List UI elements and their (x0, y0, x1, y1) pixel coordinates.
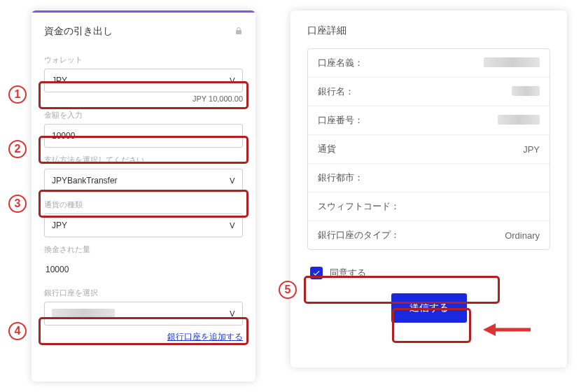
currency-field: 通貨の種類 JPY ᐯ (31, 200, 255, 237)
wallet-select[interactable]: JPY ᐯ (44, 69, 243, 92)
row-account-type: 銀行口座のタイプ： Ordinary (308, 221, 550, 249)
method-select[interactable]: JPYBankTransfer ᐯ (44, 169, 243, 192)
bank-select[interactable]: ᐯ (44, 302, 243, 326)
chevron-down-icon: ᐯ (230, 76, 235, 85)
step-marker-3: 3 (8, 195, 27, 213)
lock-icon (234, 27, 243, 37)
amount-field: 金額を入力 10000 (31, 110, 255, 148)
svg-marker-1 (483, 323, 496, 336)
step-marker-5: 5 (279, 281, 297, 299)
submit-row: 送信する (307, 293, 550, 323)
panel-header: 資金の引き出し (31, 10, 255, 48)
account-detail-panel: 口座詳細 口座名義： 銀行名： 口座番号： 通貨 JPY 銀行都市： (290, 10, 567, 368)
wallet-balance: JPY 10,000.00 (44, 94, 243, 103)
currency-select[interactable]: JPY ᐯ (44, 214, 243, 237)
row-swift: スウィフトコード： (308, 192, 550, 221)
wallet-value: JPY (52, 76, 67, 85)
step-marker-1: 1 (8, 85, 27, 104)
row-account-number: 口座番号： (308, 106, 550, 135)
method-field: 支払方法を選択してください JPYBankTransfer ᐯ (31, 155, 255, 192)
chevron-down-icon: ᐯ (230, 309, 235, 318)
add-bank-row: 銀行口座を追加する (31, 326, 255, 343)
chevron-down-icon: ᐯ (230, 221, 235, 230)
converted-value: 10000 (46, 265, 69, 274)
amount-label: 金額を入力 (44, 110, 243, 120)
converted-label: 換金された量 (44, 244, 243, 255)
step-marker-4: 4 (8, 322, 27, 340)
wallet-field: ウォレット JPY ᐯ JPY 10,000.00 (31, 55, 255, 103)
amount-value: 10000 (52, 131, 75, 141)
bank-select-field: 銀行口座を選択 ᐯ (31, 288, 255, 326)
detail-title: 口座詳細 (307, 24, 550, 37)
arrow-icon (483, 321, 532, 342)
row-currency: 通貨 JPY (308, 135, 550, 164)
detail-box: 口座名義： 銀行名： 口座番号： 通貨 JPY 銀行都市： スウィフトコード： (307, 48, 550, 250)
currency-value: JPY (52, 220, 67, 230)
bank-select-label: 銀行口座を選択 (44, 288, 243, 298)
redacted (484, 57, 540, 67)
chevron-down-icon: ᐯ (230, 176, 235, 186)
method-value: JPYBankTransfer (52, 176, 118, 186)
method-label: 支払方法を選択してください (44, 155, 243, 165)
add-bank-link[interactable]: 銀行口座を追加する (167, 332, 243, 342)
step-marker-2: 2 (8, 140, 27, 158)
row-bank-city: 銀行都市： (308, 164, 550, 192)
withdraw-panel: 資金の引き出し ウォレット JPY ᐯ JPY 10,000.00 金額を入力 … (31, 10, 255, 382)
agree-checkbox[interactable] (310, 267, 323, 279)
row-bank-name: 銀行名： (308, 78, 550, 106)
submit-button[interactable]: 送信する (391, 293, 467, 323)
converted-field: 換金された量 10000 (31, 244, 255, 281)
amount-input[interactable]: 10000 (44, 124, 243, 148)
currency-label: 通貨の種類 (44, 200, 243, 210)
agree-row: 同意する (307, 267, 550, 279)
redacted-bank-name (52, 309, 115, 318)
converted-value-box: 10000 (44, 258, 243, 281)
row-account-holder: 口座名義： (308, 49, 550, 78)
redacted (512, 86, 540, 96)
redacted (498, 115, 540, 125)
wallet-label: ウォレット (44, 55, 243, 65)
agree-label: 同意する (330, 267, 366, 279)
panel-title: 資金の引き出し (44, 25, 113, 38)
